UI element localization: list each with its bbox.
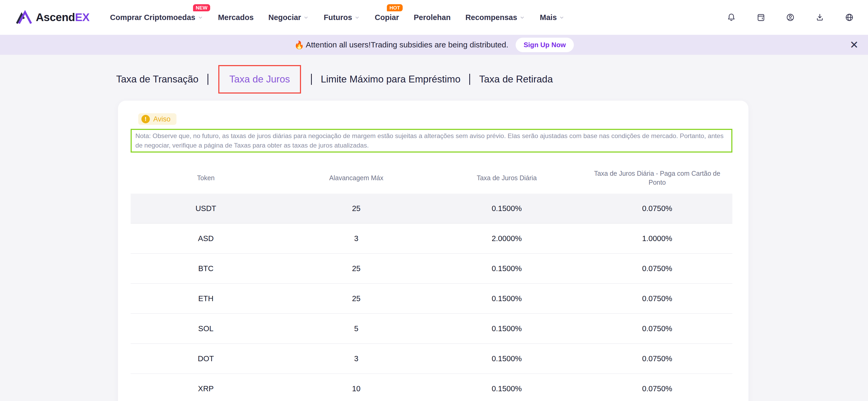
aviso-badge: ! Aviso <box>138 113 177 125</box>
table-row: USDT 25 0.1500% 0.0750% <box>131 194 733 224</box>
tab-taxa-de-transacao[interactable]: Taxa de Transação <box>116 74 198 85</box>
top-nav: AscendEX Comprar Criptomoedas NEW Mercad… <box>0 0 868 35</box>
cell-daily-rate: 0.1500% <box>432 324 582 333</box>
cell-card-rate: 0.0750% <box>582 384 733 393</box>
new-badge: NEW <box>193 4 210 11</box>
header-token: Token <box>131 174 281 182</box>
tab-taxa-de-retirada[interactable]: Taxa de Retirada <box>479 74 553 85</box>
table-row: XRP 10 0.1500% 0.0750% <box>131 374 733 401</box>
nav-perolehan[interactable]: Perolehan <box>414 13 451 22</box>
table-body: USDT 25 0.1500% 0.0750% ASD 3 2.0000% 1.… <box>131 194 733 401</box>
cell-leverage: 25 <box>281 294 431 303</box>
nav-label: Negociar <box>268 13 301 22</box>
logo-text: AscendEX <box>36 11 90 24</box>
cell-daily-rate: 0.1500% <box>432 384 582 393</box>
header-taxa-juros-cartao: Taxa de Juros Diária - Paga com Cartão d… <box>582 169 733 187</box>
header-alavancagem-max: Alavancagem Máx <box>281 174 431 182</box>
chevron-down-icon <box>519 14 525 20</box>
warning-exclamation-icon: ! <box>142 115 150 123</box>
cell-leverage: 25 <box>281 264 431 273</box>
cell-token: BTC <box>131 264 281 273</box>
header-taxa-juros-diaria: Taxa de Juros Diária <box>432 174 582 182</box>
nav-mais[interactable]: Mais <box>540 13 565 22</box>
cell-daily-rate: 0.1500% <box>432 354 582 363</box>
tab-separator <box>208 74 208 85</box>
sign-up-now-button[interactable]: Sign Up Now <box>516 38 574 52</box>
cell-daily-rate: 2.0000% <box>432 234 582 243</box>
aviso-label: Aviso <box>153 115 170 123</box>
nav-label: Mercados <box>218 13 254 22</box>
cell-token: USDT <box>131 204 281 213</box>
header-taxa-juros-cartao-text: Taxa de Juros Diária - Paga com Cartão d… <box>592 169 721 187</box>
nav-label: Comprar Criptomoedas <box>110 13 195 22</box>
header-actions <box>726 12 854 22</box>
fire-icon: 🔥 <box>294 40 304 50</box>
account-icon[interactable] <box>785 12 795 22</box>
cell-leverage: 3 <box>281 234 431 243</box>
table-row: SOL 5 0.1500% 0.0750% <box>131 314 733 344</box>
nav-label: Mais <box>540 13 557 22</box>
nav-copiar[interactable]: Copiar HOT <box>375 13 399 22</box>
cell-daily-rate: 0.1500% <box>432 264 582 273</box>
nav-label: Futuros <box>324 13 352 22</box>
tab-limite-maximo-para-emprestimo[interactable]: Limite Máximo para Empréstimo <box>321 74 460 85</box>
nav-label: Perolehan <box>414 13 451 22</box>
nav-mercados[interactable]: Mercados <box>218 13 254 22</box>
interest-rate-table: Token Alavancagem Máx Taxa de Juros Diár… <box>131 162 733 401</box>
tab-separator <box>311 74 312 85</box>
cell-daily-rate: 0.1500% <box>432 294 582 303</box>
chevron-down-icon <box>303 14 309 20</box>
ascendex-logo[interactable]: AscendEX <box>16 10 90 25</box>
chevron-down-icon <box>354 14 360 20</box>
nav-negociar[interactable]: Negociar <box>268 13 309 22</box>
cell-card-rate: 1.0000% <box>582 234 733 243</box>
cell-leverage: 25 <box>281 204 431 213</box>
table-row: DOT 3 0.1500% 0.0750% <box>131 344 733 374</box>
nav-futuros[interactable]: Futuros <box>324 13 360 22</box>
wallet-icon[interactable] <box>756 12 766 22</box>
mountain-logo-icon <box>16 10 33 25</box>
nav-recompensas[interactable]: Recompensas <box>465 13 525 22</box>
cell-daily-rate: 0.1500% <box>432 204 582 213</box>
cell-token: ASD <box>131 234 281 243</box>
cell-token: DOT <box>131 354 281 363</box>
close-icon[interactable]: ✕ <box>849 39 859 50</box>
cell-leverage: 5 <box>281 324 431 333</box>
chevron-down-icon <box>197 14 203 20</box>
hot-badge: HOT <box>387 4 403 11</box>
cell-card-rate: 0.0750% <box>582 204 733 213</box>
chevron-down-icon <box>559 14 565 20</box>
table-header-row: Token Alavancagem Máx Taxa de Juros Diár… <box>131 162 733 194</box>
cell-leverage: 3 <box>281 354 431 363</box>
nav-label: Recompensas <box>465 13 517 22</box>
announcement-banner: 🔥 Attention all users!Trading subsidies … <box>0 35 868 55</box>
tab-taxa-de-juros[interactable]: Taxa de Juros <box>229 74 290 85</box>
cell-leverage: 10 <box>281 384 431 393</box>
cell-token: XRP <box>131 384 281 393</box>
banner-text: Attention all users!Trading subsidies ar… <box>306 40 508 49</box>
cell-card-rate: 0.0750% <box>582 324 733 333</box>
cell-token: ETH <box>131 294 281 303</box>
cell-card-rate: 0.0750% <box>582 354 733 363</box>
notification-bell-icon[interactable] <box>726 12 736 22</box>
nav-comprar-criptomoedas[interactable]: Comprar Criptomoedas NEW <box>110 13 203 22</box>
rates-card: ! Aviso Nota: Observe que, no futuro, as… <box>118 101 748 401</box>
main-menu: Comprar Criptomoedas NEW Mercados Negoci… <box>110 13 565 22</box>
tab-separator <box>469 74 470 85</box>
cell-card-rate: 0.0750% <box>582 294 733 303</box>
table-row: BTC 25 0.1500% 0.0750% <box>131 254 733 284</box>
table-row: ASD 3 2.0000% 1.0000% <box>131 224 733 254</box>
table-row: ETH 25 0.1500% 0.0750% <box>131 284 733 314</box>
nav-label: Copiar <box>375 13 399 22</box>
notice-text-box: Nota: Observe que, no futuro, as taxas d… <box>131 129 733 153</box>
language-globe-icon[interactable] <box>844 12 854 22</box>
annotation-highlight-box: Taxa de Juros <box>218 65 301 94</box>
download-icon[interactable] <box>815 12 825 22</box>
cell-card-rate: 0.0750% <box>582 264 733 273</box>
fee-tabs: Taxa de Transação Taxa de Juros Limite M… <box>116 65 868 94</box>
page-content: Taxa de Transação Taxa de Juros Limite M… <box>0 55 868 401</box>
cell-token: SOL <box>131 324 281 333</box>
